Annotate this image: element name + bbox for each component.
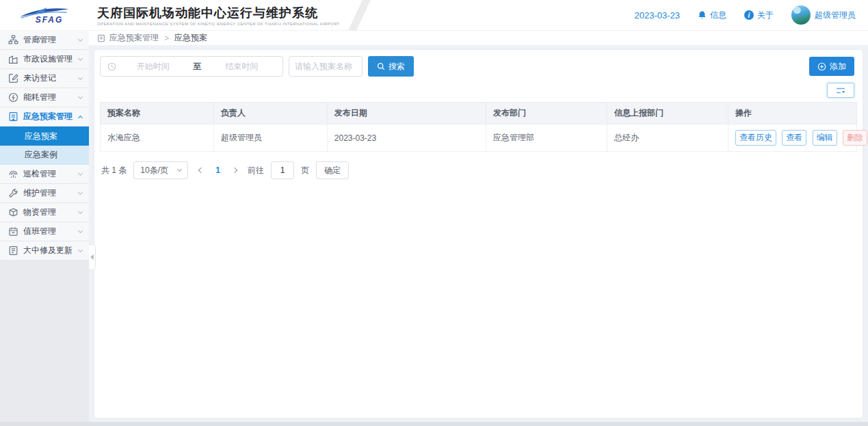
next-page-button[interactable] (228, 164, 241, 176)
cell-publish-date: 2023-03-23 (327, 124, 486, 152)
chevron-down-icon (177, 167, 182, 172)
search-button-label: 搜索 (389, 61, 405, 72)
breadcrumb-parent[interactable]: 应急预案管理 (109, 32, 159, 44)
delete-button[interactable]: 删除 (843, 130, 867, 146)
cell-owner: 超级管理员 (213, 124, 327, 152)
sidebar-item-pipe-gallery[interactable]: 管廊管理 (0, 31, 89, 50)
footer-strip (0, 422, 868, 426)
sidebar-item-label: 管廊管理 (23, 34, 79, 46)
date-range-picker[interactable]: 开始时间 至 结束时间 (100, 56, 283, 77)
notifications-label: 信息 (710, 10, 726, 21)
current-page[interactable]: 1 (214, 165, 222, 175)
sidebar-item-label: 大中修及更新 (23, 245, 79, 256)
sidebar-item-maintenance[interactable]: 维护管理 (0, 184, 89, 203)
chevron-down-icon (78, 247, 83, 252)
chevron-down-icon (78, 189, 83, 194)
pagination-total: 共 1 条 (101, 165, 127, 176)
overhaul-icon (8, 245, 18, 256)
sidebar-item-energy[interactable]: 能耗管理 (0, 88, 89, 107)
col-plan-name: 预案名称 (101, 103, 214, 124)
breadcrumb-separator: > (164, 34, 169, 43)
filter-row: 开始时间 至 结束时间 搜索 (100, 56, 857, 77)
page-size-value: 10条/页 (140, 165, 168, 176)
view-history-button[interactable]: 查看历史 (735, 130, 776, 146)
logo-text: SFAG (36, 15, 64, 25)
add-button-label: 添加 (830, 61, 846, 72)
supplies-icon (8, 207, 18, 217)
start-time-placeholder[interactable]: 开始时间 (119, 61, 187, 72)
prev-page-button[interactable] (195, 164, 207, 176)
sidebar-subitem-label: 应急预案 (25, 131, 57, 142)
goto-page-input[interactable] (271, 161, 294, 179)
sidebar-item-emergency-plan-mgmt[interactable]: 应急预案管理 (0, 107, 89, 127)
goto-label: 前往 (248, 165, 264, 176)
user-menu[interactable]: 超级管理员 (791, 5, 856, 25)
chevron-down-icon (78, 170, 83, 175)
sidebar-item-label: 来访登记 (23, 72, 79, 84)
duty-icon (8, 226, 18, 237)
plus-circle-icon (817, 62, 826, 71)
app-window: SFAG 天府国际机场动能中心运行与维护系统 OPERATION AND MAI… (0, 0, 868, 426)
page-content: 开始时间 至 结束时间 搜索 (89, 45, 868, 426)
main-area: 应急预案管理 > 应急预案 开始时间 至 (89, 31, 868, 426)
collapse-arrow-icon (90, 254, 94, 260)
chevron-down-icon (78, 36, 83, 41)
logo[interactable]: SFAG (0, 6, 89, 25)
cell-publish-dept: 应急管理部 (486, 124, 607, 152)
sidebar-item-label: 维护管理 (23, 187, 79, 199)
breadcrumb: 应急预案管理 > 应急预案 (89, 31, 868, 45)
table-row[interactable]: 水淹应急 超级管理员 2023-03-23 应急管理部 总经办 查看历史 查看 … (101, 124, 857, 152)
confirm-button[interactable]: 确定 (316, 161, 349, 179)
sidebar-item-label: 能耗管理 (23, 92, 79, 103)
pagination: 共 1 条 10条/页 1 前往 (100, 152, 857, 179)
col-actions: 操作 (728, 103, 856, 124)
page-size-select[interactable]: 10条/页 (133, 161, 188, 179)
end-time-placeholder[interactable]: 结束时间 (208, 61, 276, 72)
plan-name-input[interactable] (289, 56, 363, 77)
chevron-right-icon (232, 168, 237, 173)
about-link[interactable]: i 关于 (744, 10, 774, 21)
info-icon: i (744, 10, 754, 20)
table-header-row: 预案名称 负责人 发布日期 发布部门 信息上报部门 操作 (101, 103, 857, 124)
sidebar-subitem-emergency-plan[interactable]: 应急预案 (0, 127, 89, 146)
sidebar-item-municipal-facilities[interactable]: 市政设施管理 (0, 50, 89, 69)
cell-actions: 查看历史 查看 编辑 删除 (728, 124, 856, 152)
sidebar-item-visitor-registration[interactable]: 来访登记 (0, 69, 89, 88)
breadcrumb-current: 应急预案 (174, 32, 207, 44)
filter-columns-icon (835, 87, 846, 94)
cell-plan-name: 水淹应急 (101, 124, 214, 152)
sidebar-subitem-emergency-case[interactable]: 应急案例 (0, 146, 89, 165)
sidebar-item-supplies[interactable]: 物资管理 (0, 203, 89, 222)
sidebar-item-label: 值班管理 (23, 226, 79, 237)
chevron-down-icon (78, 209, 83, 213)
col-publish-dept: 发布部门 (486, 103, 607, 124)
maintenance-icon (8, 188, 18, 198)
sidebar-collapse-handle[interactable] (89, 244, 96, 270)
page-unit-label: 页 (301, 165, 309, 176)
column-settings-button[interactable] (827, 83, 854, 98)
app-subtitle: OPERATION AND MAINTENANCE SYSTEM OF KINE… (97, 22, 340, 26)
avatar (791, 5, 811, 25)
sidebar-item-label: 市政设施管理 (23, 53, 79, 65)
notifications-link[interactable]: 信息 (698, 10, 726, 21)
col-report-dept: 信息上报部门 (607, 103, 728, 124)
sidebar-item-label: 应急预案管理 (23, 111, 79, 122)
energy-icon (8, 92, 18, 103)
emergency-plan-icon (8, 111, 18, 122)
sidebar-item-overhaul[interactable]: 大中修及更新 (0, 241, 89, 261)
add-button[interactable]: 添加 (809, 57, 854, 76)
edit-button[interactable]: 编辑 (813, 130, 837, 146)
sidebar-item-inspection[interactable]: 巡检管理 (0, 165, 89, 184)
bell-icon (698, 10, 707, 20)
col-owner: 负责人 (213, 103, 327, 124)
search-button[interactable]: 搜索 (368, 56, 414, 77)
app-title: 天府国际机场动能中心运行与维护系统 (97, 5, 340, 21)
view-button[interactable]: 查看 (782, 130, 806, 146)
col-publish-date: 发布日期 (327, 103, 486, 124)
plans-table: 预案名称 负责人 发布日期 发布部门 信息上报部门 操作 水淹应急 (100, 102, 857, 152)
table-tools (100, 77, 857, 102)
app-header: SFAG 天府国际机场动能中心运行与维护系统 OPERATION AND MAI… (0, 0, 868, 31)
date-range-to-label: 至 (187, 61, 208, 72)
sidebar-item-duty[interactable]: 值班管理 (0, 222, 89, 241)
chevron-up-icon (78, 115, 83, 120)
